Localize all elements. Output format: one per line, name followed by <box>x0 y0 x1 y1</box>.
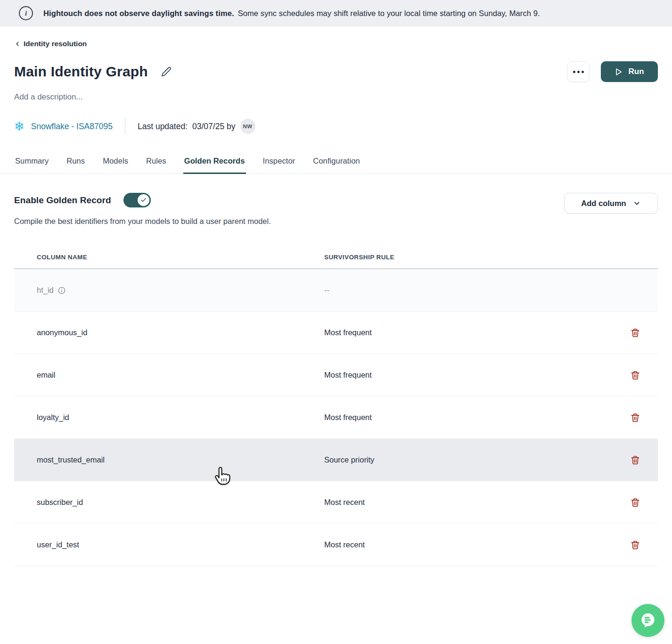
tab-models[interactable]: Models <box>102 157 129 174</box>
info-icon: i <box>19 6 33 20</box>
description-placeholder[interactable]: Add a description... <box>14 92 658 102</box>
golden-record-table: COLUMN NAME SURVIVORSHIP RULE ht_id -- a… <box>14 246 658 566</box>
trash-icon <box>631 371 640 380</box>
run-button[interactable]: Run <box>601 61 658 82</box>
trash-icon <box>631 498 640 507</box>
delete-row-button[interactable] <box>630 539 641 551</box>
table-row-user_id_test[interactable]: user_id_test Most recent <box>14 524 658 566</box>
column-name-cell: ht_id <box>37 286 54 295</box>
chat-bubble-icon <box>639 611 657 629</box>
meta-row: ❄ Snowflake - ISA87095 Last updated: 03/… <box>14 118 658 135</box>
dst-notice-banner: i Hightouch does not observe daylight sa… <box>0 0 672 26</box>
trash-icon <box>631 540 640 550</box>
last-updated-value: 03/07/25 by <box>192 122 235 132</box>
survivorship-rule-cell: Source priority <box>324 455 630 464</box>
delete-row-button[interactable] <box>630 412 641 423</box>
table-header-row: COLUMN NAME SURVIVORSHIP RULE <box>14 246 658 269</box>
tabs: SummaryRunsModelsRulesGolden RecordsInsp… <box>0 157 672 174</box>
chevron-left-icon <box>14 41 21 47</box>
table-row-subscriber_id[interactable]: subscriber_id Most recent <box>14 481 658 524</box>
source-label: Snowflake - ISA87095 <box>31 122 113 132</box>
chat-widget-button[interactable] <box>631 604 664 637</box>
edit-title-button[interactable] <box>160 66 172 78</box>
banner-text: Hightouch does not observe daylight savi… <box>43 9 540 18</box>
source-link-snowflake[interactable]: ❄ Snowflake - ISA87095 <box>14 120 113 132</box>
trash-icon <box>631 455 640 465</box>
column-name-cell: most_trusted_email <box>37 455 105 464</box>
survivorship-rule-cell: -- <box>324 286 630 295</box>
add-column-label: Add column <box>581 199 626 208</box>
play-icon <box>615 68 623 76</box>
breadcrumb-label: Identity resolution <box>24 40 87 48</box>
column-name-cell: loyalty_id <box>37 413 69 422</box>
divider <box>125 118 125 134</box>
tab-configuration[interactable]: Configuration <box>312 157 361 174</box>
breadcrumb-identity-resolution[interactable]: Identity resolution <box>14 40 87 48</box>
delete-row-button[interactable] <box>630 497 641 508</box>
last-updated-label: Last updated: <box>138 122 188 132</box>
column-header-name: COLUMN NAME <box>37 254 324 261</box>
toggle-knob <box>138 194 149 206</box>
table-row-most_trusted_email[interactable]: most_trusted_email Source priority <box>14 439 658 481</box>
tab-summary[interactable]: Summary <box>14 157 49 174</box>
table-body: ht_id -- anonymous_id Most frequent emai… <box>14 269 658 566</box>
delete-row-button[interactable] <box>630 327 641 339</box>
tab-runs[interactable]: Runs <box>66 157 86 174</box>
trash-icon <box>631 413 640 422</box>
survivorship-rule-cell: Most recent <box>324 540 630 549</box>
column-name-cell: user_id_test <box>37 540 79 549</box>
golden-record-description: Compile the best identifiers from your m… <box>14 217 271 226</box>
golden-record-header: Enable Golden Record Compile the best id… <box>14 193 658 226</box>
add-column-button[interactable]: Add column <box>564 193 658 214</box>
ellipsis-icon <box>573 71 575 73</box>
table-row-email[interactable]: email Most frequent <box>14 354 658 396</box>
snowflake-icon: ❄ <box>14 120 25 132</box>
tab-golden-records[interactable]: Golden Records <box>183 157 246 174</box>
page-title: Main Identity Graph <box>14 64 148 80</box>
tab-inspector[interactable]: Inspector <box>262 157 296 174</box>
delete-row-button[interactable] <box>630 454 641 466</box>
avatar[interactable]: NW <box>240 119 255 134</box>
banner-text-rest: Some sync schedules may shift relative t… <box>238 9 540 17</box>
more-options-button[interactable] <box>567 61 590 82</box>
trash-icon <box>631 328 640 338</box>
banner-text-bold: Hightouch does not observe daylight savi… <box>43 9 234 17</box>
info-icon[interactable] <box>58 287 66 294</box>
chevron-down-icon <box>633 199 641 207</box>
pencil-icon <box>161 66 172 77</box>
table-row-anonymous_id[interactable]: anonymous_id Most frequent <box>14 312 658 354</box>
column-name-cell: anonymous_id <box>37 328 87 337</box>
column-header-rule: SURVIVORSHIP RULE <box>324 254 630 261</box>
column-name-cell: subscriber_id <box>37 498 83 507</box>
survivorship-rule-cell: Most frequent <box>324 413 630 422</box>
tab-rules[interactable]: Rules <box>145 157 167 174</box>
survivorship-rule-cell: Most frequent <box>324 328 630 337</box>
last-updated: Last updated: 03/07/25 by NW <box>138 119 255 134</box>
enable-golden-record-toggle[interactable] <box>123 193 151 207</box>
title-row: Main Identity Graph Run <box>14 61 658 82</box>
table-row-loyalty_id[interactable]: loyalty_id Most frequent <box>14 396 658 439</box>
delete-row-button[interactable] <box>630 370 641 381</box>
survivorship-rule-cell: Most recent <box>324 498 630 507</box>
check-icon <box>140 197 147 203</box>
survivorship-rule-cell: Most frequent <box>324 371 630 380</box>
column-name-cell: email <box>37 371 55 380</box>
table-row-ht_id[interactable]: ht_id -- <box>14 269 658 312</box>
run-button-label: Run <box>628 67 644 76</box>
enable-golden-record-title: Enable Golden Record <box>14 195 111 206</box>
